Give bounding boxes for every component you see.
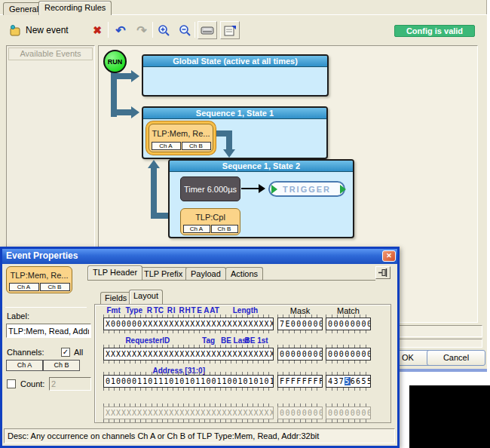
row1-match-field[interactable]: 00000000 xyxy=(326,318,371,330)
run-node[interactable]: RUN xyxy=(103,50,127,73)
pin-button[interactable] xyxy=(375,266,390,279)
row2-value-field[interactable]: XXXXXXXXXXXXXXXXXXXXXXXXXXXXXXXX xyxy=(103,348,274,361)
trigger-label: TRIGGER xyxy=(283,185,331,194)
row2-field-labels: RequesterID Tag BE Last BE 1st xyxy=(103,336,274,345)
row4-value-field[interactable]: XXXXXXXXXXXXXXXXXXXXXXXXXXXXXXXX xyxy=(103,407,274,419)
properties-button[interactable] xyxy=(220,21,240,39)
delete-event-button[interactable]: ✖ xyxy=(89,21,106,39)
ch-b-button[interactable]: Ch B xyxy=(40,283,70,291)
new-event-button[interactable]: New event xyxy=(9,21,69,39)
ch-b-button[interactable]: Ch B xyxy=(182,142,211,150)
tab-payload[interactable]: Payload xyxy=(185,267,226,280)
new-event-label: New event xyxy=(26,25,69,35)
channel-buttons: Ch A Ch B xyxy=(181,225,240,235)
field-label: Tag xyxy=(202,336,215,345)
row1-mask-field[interactable]: 7E000000 xyxy=(277,318,323,330)
ch-a-button[interactable]: Ch A xyxy=(183,225,210,233)
screenshot-root: General Recording Rules New event ✖ ↶ ↷ xyxy=(0,0,490,448)
ruler-ticks xyxy=(326,361,371,364)
arrowhead-to-state2 xyxy=(223,149,235,158)
match-text: 437 xyxy=(328,377,345,385)
tab-recording-rules[interactable]: Recording Rules xyxy=(38,1,112,15)
count-checkbox[interactable] xyxy=(7,379,16,388)
field-label: Length xyxy=(233,306,258,315)
dialog-title: Event Properties xyxy=(6,250,78,261)
row4-mask-field[interactable]: 00000000 xyxy=(277,407,323,419)
state1-title: Sequence 1, State 1 xyxy=(143,108,326,119)
dialog-event-label: TLP:Mem, Re... xyxy=(7,267,72,283)
tab-baseline xyxy=(87,280,375,281)
match-selected-digit: 5 xyxy=(345,377,350,385)
tab-actions[interactable]: Actions xyxy=(225,267,263,280)
dialog-titlebar[interactable]: Event Properties ✕ xyxy=(2,249,397,264)
ruler-ticks xyxy=(103,388,274,391)
zoom-in-button[interactable] xyxy=(155,21,172,39)
row2-mask-field[interactable]: 00000000 xyxy=(277,348,323,361)
undo-button[interactable]: ↶ xyxy=(112,21,129,39)
redo-button[interactable]: ↷ xyxy=(133,21,150,39)
field-label: Fmt xyxy=(107,306,121,315)
trigger-right-chevron-icon xyxy=(340,185,346,194)
print-icon xyxy=(201,26,214,35)
tab-tlp-header[interactable]: TLP Header xyxy=(87,265,142,280)
row3-match-field[interactable]: 43756655 xyxy=(326,375,371,388)
state2-box[interactable]: Sequence 1, State 2 Timer 6.000µs TRIGGE… xyxy=(168,159,354,238)
ruler-ticks xyxy=(277,361,323,364)
all-checkbox[interactable]: ✓ xyxy=(61,348,70,357)
zoom-out-icon xyxy=(179,24,191,37)
ch-b-button[interactable]: Ch B xyxy=(211,225,238,233)
row2-match-field[interactable]: 00000000 xyxy=(326,348,371,361)
cancel-button[interactable]: Cancel xyxy=(427,350,485,366)
separator xyxy=(5,307,87,308)
global-state-box[interactable]: Global State (active at all times) xyxy=(142,54,329,97)
ruler-ticks xyxy=(277,419,323,422)
row1-value-field[interactable]: X000000XXXXXXXXXXXXXXXXXXXXXXXXX xyxy=(103,318,274,330)
state2-event-node[interactable]: TLP:Cpl Ch A Ch B xyxy=(180,208,240,235)
close-button[interactable]: ✕ xyxy=(382,250,396,262)
all-label: All xyxy=(74,348,83,357)
trigger-node[interactable]: TRIGGER xyxy=(268,181,345,197)
match-text: 6655 xyxy=(351,377,371,385)
field-label: T xyxy=(191,306,195,315)
label-caption: Label: xyxy=(7,311,29,321)
row4-match-field[interactable]: 00000000 xyxy=(326,407,371,419)
timer-trigger-arrowhead xyxy=(259,184,265,193)
flow-line xyxy=(151,167,157,218)
field-label: R xyxy=(167,306,173,315)
field-label: R xyxy=(179,306,185,315)
print-button[interactable] xyxy=(198,21,217,39)
toolbar-separator xyxy=(108,22,109,38)
ch-a-button[interactable]: Ch A xyxy=(6,360,43,371)
black-region xyxy=(409,385,490,448)
tab-strip: General Recording Rules xyxy=(0,0,487,14)
channels-caption: Channels: xyxy=(7,348,44,357)
channel-buttons: Ch A Ch B xyxy=(149,142,213,152)
undo-icon: ↶ xyxy=(115,23,125,38)
ruler-ticks xyxy=(326,388,371,391)
flow-line xyxy=(226,130,232,150)
properties-icon xyxy=(224,25,236,36)
label-input[interactable] xyxy=(6,324,91,338)
ch-b-button[interactable]: Ch B xyxy=(43,360,80,371)
subtab-layout[interactable]: Layout xyxy=(129,290,163,304)
toolbar-separator xyxy=(152,22,153,38)
ch-a-button[interactable]: Ch A xyxy=(9,283,39,291)
subtab-fields[interactable]: Fields xyxy=(100,292,131,304)
ruler-ticks xyxy=(326,419,371,422)
dialog-channel-buttons: Ch A Ch B xyxy=(6,360,80,371)
flow-line xyxy=(111,73,131,79)
channel-buttons: Ch A Ch B xyxy=(7,283,72,293)
zoom-out-button[interactable] xyxy=(176,21,193,39)
dialog-event-node[interactable]: TLP:Mem, Re... Ch A Ch B xyxy=(6,266,72,293)
timer-node[interactable]: Timer 6.000µs xyxy=(180,176,240,201)
delete-icon: ✖ xyxy=(93,24,102,36)
tab-tlp-prefix[interactable]: TLP Prefix xyxy=(139,267,188,280)
count-input[interactable] xyxy=(49,377,91,391)
state1-event-node[interactable]: TLP:Mem, Re... Ch A Ch B xyxy=(149,124,213,152)
available-events-header: Available Events xyxy=(8,48,93,60)
row3-value-field[interactable]: 01000011011101010110011001010101 xyxy=(103,375,274,388)
state2-event-label: TLP:Cpl xyxy=(181,209,240,225)
ch-a-button[interactable]: Ch A xyxy=(152,142,181,150)
row3-mask-field[interactable]: FFFFFFFF xyxy=(277,375,323,388)
field-label: AT xyxy=(210,306,219,315)
